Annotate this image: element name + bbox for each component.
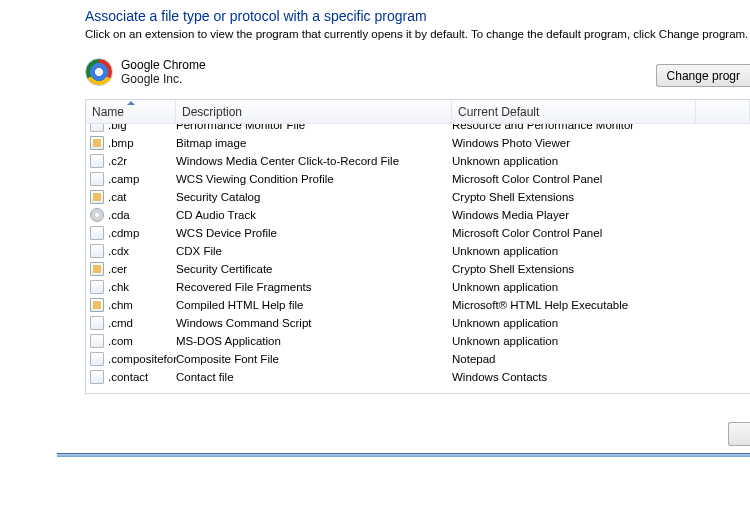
current-default-label: Unknown application	[452, 152, 750, 170]
current-default-label: Unknown application	[452, 314, 750, 332]
extension-label: .cmd	[108, 314, 133, 332]
file-type-icon	[90, 190, 104, 204]
description-label: WCS Device Profile	[176, 224, 452, 242]
list-header: Name Description Current Default	[86, 100, 750, 124]
extension-label: .c2r	[108, 152, 127, 170]
file-type-icon	[90, 136, 104, 150]
description-label: CD Audio Track	[176, 206, 452, 224]
list-body[interactable]: .blgPerformance Monitor FileResource and…	[86, 124, 750, 393]
chrome-icon	[85, 58, 113, 86]
file-type-icon	[90, 226, 104, 240]
description-label: Contact file	[176, 368, 452, 386]
description-label: Performance Monitor File	[176, 124, 452, 134]
file-type-icon	[90, 208, 104, 222]
current-default-label: Windows Media Player	[452, 206, 750, 224]
extension-label: .contact	[108, 368, 148, 386]
table-row[interactable]: .cdaCD Audio TrackWindows Media Player	[86, 206, 750, 224]
table-row[interactable]: .chkRecovered File FragmentsUnknown appl…	[86, 278, 750, 296]
selected-program: Google Chrome Google Inc.	[85, 52, 750, 92]
table-row[interactable]: .cdxCDX FileUnknown application	[86, 242, 750, 260]
current-default-label: Crypto Shell Extensions	[452, 188, 750, 206]
column-header-description[interactable]: Description	[176, 100, 452, 123]
sort-ascending-icon	[127, 101, 135, 105]
table-row[interactable]: .catSecurity CatalogCrypto Shell Extensi…	[86, 188, 750, 206]
file-type-icon	[90, 280, 104, 294]
description-label: Composite Font File	[176, 350, 452, 368]
program-publisher: Google Inc.	[121, 72, 206, 86]
extension-label: .chm	[108, 296, 133, 314]
file-type-icon	[90, 124, 104, 132]
file-type-icon	[90, 244, 104, 258]
file-type-icon	[90, 262, 104, 276]
table-row[interactable]: .chmCompiled HTML Help fileMicrosoft® HT…	[86, 296, 750, 314]
page-title: Associate a file type or protocol with a…	[85, 8, 750, 24]
description-label: Recovered File Fragments	[176, 278, 452, 296]
current-default-label: Resource and Performance Monitor	[452, 124, 750, 134]
file-type-icon	[90, 352, 104, 366]
extension-label: .compositefont	[108, 350, 176, 368]
description-label: Windows Command Script	[176, 314, 452, 332]
current-default-label: Microsoft Color Control Panel	[452, 224, 750, 242]
file-type-icon	[90, 334, 104, 348]
extension-label: .chk	[108, 278, 129, 296]
page-subtitle: Click on an extension to view the progra…	[85, 28, 750, 40]
current-default-label: Unknown application	[452, 332, 750, 350]
description-label: Bitmap image	[176, 134, 452, 152]
window-chrome-border	[57, 453, 750, 457]
file-type-icon	[90, 298, 104, 312]
current-default-label: Notepad	[452, 350, 750, 368]
table-row[interactable]: .cdmpWCS Device ProfileMicrosoft Color C…	[86, 224, 750, 242]
program-name: Google Chrome	[121, 58, 206, 72]
current-default-label: Crypto Shell Extensions	[452, 260, 750, 278]
default-programs-panel: Associate a file type or protocol with a…	[57, 0, 750, 455]
file-type-icon	[90, 154, 104, 168]
description-label: Security Certificate	[176, 260, 452, 278]
extension-label: .cdmp	[108, 224, 139, 242]
extension-label: .cda	[108, 206, 130, 224]
current-default-label: Microsoft® HTML Help Executable	[452, 296, 750, 314]
column-header-current-default[interactable]: Current Default	[452, 100, 696, 123]
current-default-label: Microsoft Color Control Panel	[452, 170, 750, 188]
description-label: Windows Media Center Click-to-Record Fil…	[176, 152, 452, 170]
dialog-button-partial[interactable]	[728, 422, 750, 446]
extension-label: .blg	[108, 124, 127, 134]
description-label: WCS Viewing Condition Profile	[176, 170, 452, 188]
current-default-label: Unknown application	[452, 278, 750, 296]
extension-label: .com	[108, 332, 133, 350]
table-row[interactable]: .blgPerformance Monitor FileResource and…	[86, 124, 750, 134]
table-row[interactable]: .contactContact fileWindows Contacts	[86, 368, 750, 386]
column-header-name[interactable]: Name	[86, 100, 176, 123]
description-label: CDX File	[176, 242, 452, 260]
table-row[interactable]: .bmpBitmap imageWindows Photo Viewer	[86, 134, 750, 152]
extension-label: .camp	[108, 170, 139, 188]
current-default-label: Unknown application	[452, 242, 750, 260]
change-program-button[interactable]: Change progr	[656, 64, 750, 87]
description-label: MS-DOS Application	[176, 332, 452, 350]
file-type-icon	[90, 172, 104, 186]
table-row[interactable]: .cmdWindows Command ScriptUnknown applic…	[86, 314, 750, 332]
column-header-extra[interactable]	[696, 100, 750, 123]
table-row[interactable]: .comMS-DOS ApplicationUnknown applicatio…	[86, 332, 750, 350]
extension-label: .cat	[108, 188, 127, 206]
table-row[interactable]: .compositefontComposite Font FileNotepad	[86, 350, 750, 368]
table-row[interactable]: .campWCS Viewing Condition ProfileMicros…	[86, 170, 750, 188]
file-type-icon	[90, 316, 104, 330]
extension-label: .bmp	[108, 134, 134, 152]
table-row[interactable]: .cerSecurity CertificateCrypto Shell Ext…	[86, 260, 750, 278]
description-label: Security Catalog	[176, 188, 452, 206]
table-row[interactable]: .c2rWindows Media Center Click-to-Record…	[86, 152, 750, 170]
file-type-icon	[90, 370, 104, 384]
extension-label: .cdx	[108, 242, 129, 260]
description-label: Compiled HTML Help file	[176, 296, 452, 314]
extension-label: .cer	[108, 260, 127, 278]
column-label: Name	[92, 105, 124, 119]
current-default-label: Windows Photo Viewer	[452, 134, 750, 152]
file-types-list: Name Description Current Default .blgPer…	[85, 99, 750, 394]
current-default-label: Windows Contacts	[452, 368, 750, 386]
